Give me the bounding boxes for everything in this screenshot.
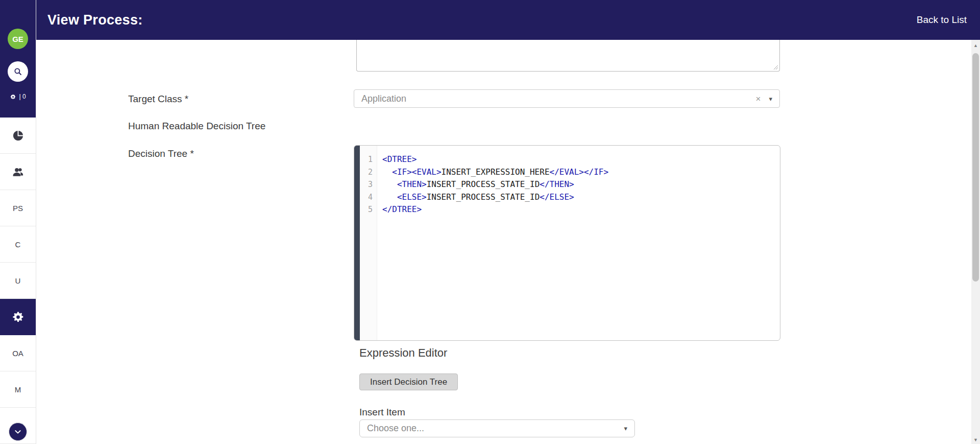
expression-editor-heading: Expression Editor — [359, 346, 447, 360]
sidebar-item-m[interactable]: M — [0, 371, 36, 408]
sidebar-item-ps[interactable]: PS — [0, 190, 36, 226]
search-button[interactable] — [8, 61, 28, 82]
chevron-down-icon — [14, 428, 22, 436]
insert-item-value: Choose one... — [367, 423, 424, 434]
decision-tree-label: Decision Tree * — [128, 148, 194, 159]
header: View Process: Back to List — [36, 0, 980, 40]
sidebar-top: GE | 0 — [0, 0, 36, 118]
sidebar-item-settings[interactable] — [0, 299, 36, 335]
target-class-value: Application — [361, 94, 406, 104]
target-class-select[interactable]: Application × ▾ — [354, 89, 780, 108]
sidebar-item-reports[interactable] — [0, 118, 36, 154]
decision-tree-editor[interactable]: 12345 <DTREE> <IF><EVAL>INSERT_EXPRESSIO… — [354, 145, 780, 341]
insert-item-label: Insert Item — [359, 407, 405, 418]
scroll-up-button[interactable]: ▲ — [971, 41, 980, 50]
gear-icon — [11, 310, 25, 324]
resize-grip-icon — [773, 65, 778, 70]
sidebar-item-users[interactable] — [0, 154, 36, 190]
sidebar-item-label: M — [15, 385, 21, 394]
back-to-list-link[interactable]: Back to List — [917, 14, 967, 26]
caret-down-icon: ▾ — [769, 96, 772, 102]
avatar[interactable]: GE — [8, 29, 28, 49]
collapse-button[interactable] — [9, 423, 27, 441]
pie-chart-icon — [12, 130, 24, 142]
counter-label: | 0 — [19, 93, 26, 100]
sidebar-item-oa[interactable]: OA — [0, 335, 36, 371]
notification-counter[interactable]: | 0 — [10, 93, 26, 100]
sidebar-item-c[interactable]: C — [0, 226, 36, 263]
insert-item-select[interactable]: Choose one... ▾ — [359, 419, 635, 437]
users-icon — [12, 166, 24, 178]
editor-drag-bar — [354, 146, 360, 340]
sidebar: GE | 0 PS C U — [0, 0, 36, 444]
scrollbar[interactable]: ▲ ▼ — [971, 40, 980, 444]
search-icon — [13, 67, 22, 76]
clear-icon[interactable]: × — [756, 95, 761, 103]
code-gutter: 12345 — [360, 146, 377, 340]
insert-decision-tree-button[interactable]: Insert Decision Tree — [359, 373, 458, 390]
screen: GE | 0 PS C U — [0, 0, 980, 444]
code-lines[interactable]: <DTREE> <IF><EVAL>INSERT_EXPRESSION_HERE… — [377, 146, 780, 340]
target-class-label: Target Class * — [128, 94, 188, 105]
description-textarea[interactable] — [356, 40, 780, 72]
sidebar-item-label: PS — [13, 204, 23, 213]
scrollbar-thumb[interactable] — [972, 53, 979, 282]
main-content: Target Class * Application × ▾ Human Rea… — [36, 40, 971, 444]
human-readable-label: Human Readable Decision Tree — [128, 121, 265, 132]
page-title: View Process: — [47, 12, 143, 28]
scroll-down-button[interactable]: ▼ — [971, 435, 980, 444]
sidebar-item-label: C — [15, 240, 21, 249]
sidebar-item-u[interactable]: U — [0, 263, 36, 299]
sidebar-item-label: U — [15, 276, 21, 285]
sidebar-nav: PS C U OA M SU — [0, 118, 36, 444]
sidebar-item-label: OA — [12, 349, 23, 358]
caret-down-icon: ▾ — [624, 425, 627, 432]
gear-small-icon — [10, 94, 16, 100]
